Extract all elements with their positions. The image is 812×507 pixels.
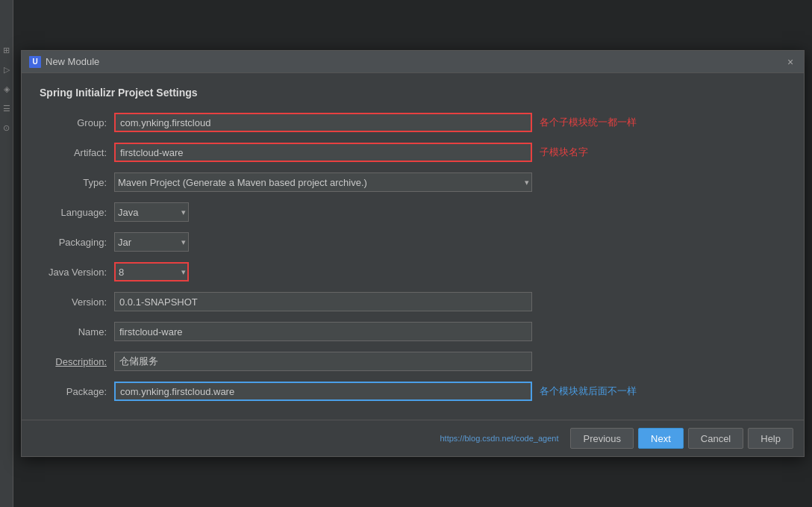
java-version-select-wrap: 8 11 17 [114, 262, 189, 282]
dialog-overlay: U New Module × Spring Initializr Project… [13, 0, 812, 507]
language-select[interactable]: Java Kotlin Groovy [114, 202, 189, 222]
java-version-select[interactable]: 8 11 17 [114, 262, 189, 282]
language-label: Language: [40, 207, 114, 218]
sidebar: ⊞ ▷ ◈ ☰ ⊙ [0, 0, 13, 507]
dialog-title: New Module [46, 56, 99, 67]
type-select[interactable]: Maven Project (Generate a Maven based pr… [114, 172, 532, 192]
packaging-select[interactable]: Jar War [114, 232, 189, 252]
package-input[interactable] [114, 382, 532, 401]
group-label: Group: [40, 117, 114, 128]
language-select-wrap: Java Kotlin Groovy [114, 202, 189, 222]
new-module-dialog: U New Module × Spring Initializr Project… [21, 50, 805, 457]
java-version-label: Java Version: [40, 267, 114, 278]
footer-url: https://blog.csdn.net/code_agent [32, 434, 566, 443]
artifact-label: Artifact: [40, 147, 114, 158]
name-input[interactable] [114, 322, 532, 341]
packaging-row: Packaging: Jar War [40, 231, 786, 252]
cancel-button[interactable]: Cancel [688, 428, 743, 449]
dialog-app-icon: U [29, 56, 41, 68]
group-annotation: 各个子模块统一都一样 [540, 116, 637, 129]
artifact-annotation: 子模块名字 [540, 146, 588, 159]
dialog-titlebar: U New Module × [22, 51, 804, 73]
artifact-row: Artifact: 子模块名字 [40, 142, 786, 163]
package-row: Package: 各个模块就后面不一样 [40, 381, 786, 402]
name-row: Name: [40, 321, 786, 342]
sidebar-icon-2[interactable]: ▷ [1, 64, 12, 75]
dialog-footer: https://blog.csdn.net/code_agent Previou… [22, 420, 804, 456]
packaging-label: Packaging: [40, 237, 114, 248]
previous-button[interactable]: Previous [570, 428, 634, 449]
help-button[interactable]: Help [748, 428, 793, 449]
description-row: Description: [40, 351, 786, 372]
package-label: Package: [40, 386, 114, 397]
close-button[interactable]: × [784, 56, 796, 68]
package-annotation: 各个模块就后面不一样 [540, 385, 637, 398]
type-select-wrap: Maven Project (Generate a Maven based pr… [114, 172, 532, 192]
sidebar-icon-4[interactable]: ☰ [1, 103, 12, 113]
titlebar-left: U New Module [29, 56, 99, 68]
next-button[interactable]: Next [638, 428, 684, 449]
version-label: Version: [40, 296, 114, 308]
sidebar-icon-3[interactable]: ◈ [1, 84, 12, 94]
version-input[interactable] [114, 292, 532, 311]
description-input[interactable] [114, 352, 532, 371]
sidebar-icon-1[interactable]: ⊞ [1, 45, 12, 55]
artifact-input[interactable] [114, 143, 532, 162]
version-row: Version: [40, 291, 786, 312]
group-input[interactable] [114, 113, 532, 132]
name-label: Name: [40, 326, 114, 338]
language-row: Language: Java Kotlin Groovy [40, 202, 786, 223]
sidebar-icon-5[interactable]: ⊙ [1, 122, 12, 133]
java-version-row: Java Version: 8 11 17 [40, 261, 786, 282]
description-label: Description: [40, 356, 114, 367]
dialog-body: Spring Initializr Project Settings Group… [22, 73, 804, 420]
type-label: Type: [40, 177, 114, 188]
type-row: Type: Maven Project (Generate a Maven ba… [40, 172, 786, 193]
packaging-select-wrap: Jar War [114, 232, 189, 252]
group-row: Group: 各个子模块统一都一样 [40, 112, 786, 133]
section-title: Spring Initializr Project Settings [40, 87, 786, 99]
